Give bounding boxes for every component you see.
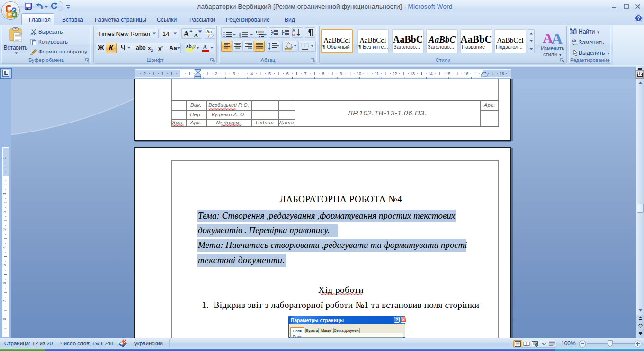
svg-text:ac: ac xyxy=(573,42,578,45)
svg-text:Aa: Aa xyxy=(206,29,212,34)
svg-text:15: 15 xyxy=(446,71,450,76)
svg-text:5: 5 xyxy=(268,71,271,76)
svg-text:8: 8 xyxy=(322,71,324,76)
svg-text:7: 7 xyxy=(304,71,306,76)
svg-text:Я: Я xyxy=(292,33,295,36)
svg-text:2: 2 xyxy=(2,211,7,213)
svg-text:9: 9 xyxy=(340,71,342,76)
svg-text:1: 1 xyxy=(2,157,7,159)
svg-text:3: 3 xyxy=(239,36,241,38)
svg-text:6: 6 xyxy=(286,71,289,76)
svg-text:3: 3 xyxy=(233,71,235,76)
svg-text:18: 18 xyxy=(500,71,504,76)
svg-text:ab: ab xyxy=(186,44,192,49)
svg-text:11: 11 xyxy=(375,71,379,76)
svg-text:1: 1 xyxy=(2,193,7,195)
svg-text:13: 13 xyxy=(410,71,415,76)
svg-text:10: 10 xyxy=(357,71,361,76)
svg-text:1: 1 xyxy=(161,71,164,76)
svg-text:3: 3 xyxy=(2,228,7,231)
svg-text:5: 5 xyxy=(2,264,7,266)
svg-text:2: 2 xyxy=(215,71,217,76)
svg-text:A: A xyxy=(203,44,207,51)
svg-text:A: A xyxy=(551,30,563,44)
svg-text:2: 2 xyxy=(143,71,146,76)
svg-text:4: 4 xyxy=(250,71,253,76)
svg-text:4: 4 xyxy=(2,246,7,249)
svg-text:12: 12 xyxy=(392,71,397,76)
svg-text:8: 8 xyxy=(2,318,7,320)
svg-text:6: 6 xyxy=(2,282,7,284)
svg-text:16: 16 xyxy=(464,71,468,76)
svg-text:7: 7 xyxy=(2,300,7,302)
svg-text:?: ? xyxy=(637,16,640,21)
svg-text:14: 14 xyxy=(428,71,433,76)
